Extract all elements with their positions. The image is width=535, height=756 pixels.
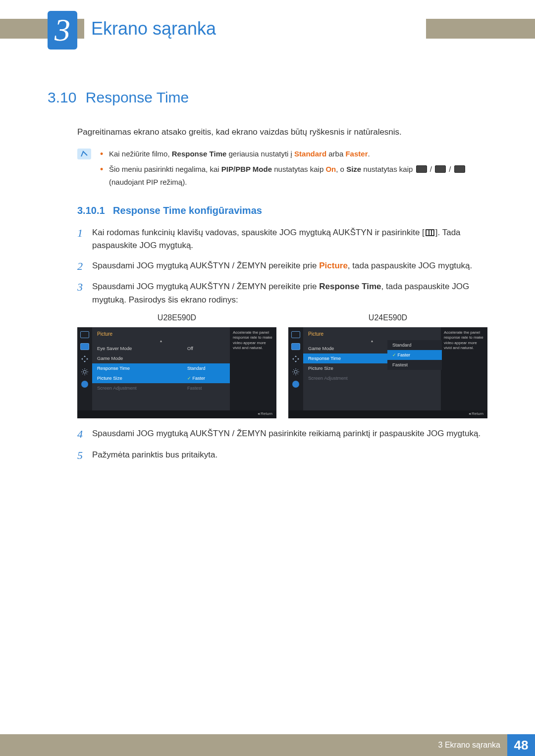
info-tab-icon [292, 381, 299, 388]
osd-menu: Picture ▴ Eye Saver ModeOff Game Mode Re… [92, 327, 230, 418]
step-2: 2 Spausdami JOG mygtuką AUKŠTYN / ŽEMYN … [77, 259, 487, 274]
settings-icon [81, 368, 89, 376]
text: PIP/PBP Mode [221, 165, 272, 173]
text: Kai rodomas funkcinių klavišų vadovas, s… [92, 228, 425, 237]
text: Spausdami JOG mygtuką AUKŠTYN / ŽEMYN pe… [92, 261, 319, 270]
text: (naudojant PIP režimą). [109, 178, 187, 186]
chapter-number: 3 [54, 12, 70, 49]
model-label-right: U24E590D [288, 313, 487, 322]
pip-size-icon [454, 165, 465, 173]
osd-label: Screen Adjustment [308, 375, 436, 381]
osd-screenshot-left: Picture ▴ Eye Saver ModeOff Game Mode Re… [77, 327, 276, 418]
osd-value: Fastest [187, 386, 225, 391]
step-text: Spausdami JOG mygtuką AUKŠTYN / ŽEMYN pa… [92, 427, 487, 442]
menu-icon [426, 229, 434, 236]
osd-row: Picture SizeFaster [92, 373, 230, 383]
step-number: 1 [77, 226, 92, 252]
subsection-heading: 3.10.1 Response Time konfigūravimas [77, 205, 487, 216]
model-label-left: U28E590D [77, 313, 276, 322]
text: geriausia nustatyti į [226, 150, 294, 158]
osd-row: Eye Saver ModeOff [92, 344, 230, 353]
svg-point-1 [294, 370, 297, 373]
svg-point-0 [83, 370, 86, 373]
note-item-1: Kai nežiūrite filmo, Response Time geria… [100, 148, 487, 160]
step-number: 5 [77, 449, 92, 463]
osd-return: Return [288, 410, 487, 418]
chevron-up-icon: ▴ [92, 339, 230, 344]
footer-label: 3 Ekrano sąranka [438, 741, 500, 750]
picture-tab-icon [291, 331, 300, 338]
osd-preview-row: U28E590D Picture ▴ Eye Saver ModeOff Gam… [77, 313, 487, 418]
text: Kai nežiūrite filmo, [109, 150, 172, 158]
osd-description: Accelerate the panel response rate to ma… [441, 327, 487, 418]
osd-label: Fastest [392, 362, 437, 367]
osd-label: Response Time [97, 365, 187, 371]
osd-label: Picture Size [97, 375, 187, 381]
step-text: Pažymėta parinktis bus pritaikyta. [92, 449, 487, 463]
pip-size-icon [416, 165, 427, 173]
osd-row-disabled: Screen Adjustment [303, 373, 441, 383]
intro-paragraph: Pagreitinamas ekrano atsako greitis, kad… [77, 126, 487, 139]
step-3: 3 Spausdami JOG mygtuką AUKŠTYN / ŽEMYN … [77, 280, 487, 306]
note-icon [77, 149, 91, 159]
text: Šio meniu pasirinkti negalima, kai [109, 165, 221, 173]
osd-value: Off [187, 346, 225, 351]
pip-size-icon [435, 165, 446, 173]
text: . [368, 150, 370, 158]
text: Faster [345, 150, 368, 158]
osd-sidebar [288, 327, 303, 418]
osd-menu-title: Picture [303, 330, 441, 339]
picture-tab-icon [80, 331, 89, 338]
osd-row: Game Mode [92, 353, 230, 363]
note-item-2: Šio meniu pasirinkti negalima, kai PIP/P… [100, 163, 487, 188]
text: nustatytas kaip [272, 165, 325, 173]
step-5: 5 Pažymėta parinktis bus pritaikyta. [77, 449, 487, 463]
text: , o [336, 165, 346, 173]
chapter-title: Ekrano sąranka [84, 19, 426, 39]
osd-value: Standard [187, 366, 225, 371]
osd-label: Screen Adjustment [97, 385, 187, 391]
chapter-badge: 3 [48, 11, 77, 50]
pip-tab-icon [80, 343, 89, 350]
osd-label: Game Mode [97, 355, 187, 361]
step-text: Kai rodomas funkcinių klavišų vadovas, s… [92, 226, 487, 252]
subsection-number: 3.10.1 [77, 205, 105, 216]
osd-option: Standard [387, 340, 442, 350]
step-1: 1 Kai rodomas funkcinių klavišų vadovas,… [77, 226, 487, 252]
step-number: 4 [77, 427, 92, 442]
text: arba [326, 150, 345, 158]
move-icon [292, 355, 300, 363]
section-title: Response Time [86, 89, 189, 105]
steps-list-cont: 4 Spausdami JOG mygtuką AUKŠTYN / ŽEMYN … [77, 427, 487, 462]
page-content: 3.10 Response Time Pagreitinamas ekrano … [48, 89, 487, 469]
osd-row-disabled: Screen AdjustmentFastest [92, 383, 230, 393]
osd-label: Eye Saver Mode [97, 346, 187, 351]
osd-left-column: U28E590D Picture ▴ Eye Saver ModeOff Gam… [77, 313, 276, 418]
osd-value: Faster [187, 376, 225, 381]
page-number: 48 [507, 734, 535, 756]
osd-right-column: U24E590D Picture ▴ Game Mode Response Ti… [288, 313, 487, 418]
step-number: 2 [77, 259, 92, 274]
step-text: Spausdami JOG mygtuką AUKŠTYN / ŽEMYN pe… [92, 259, 487, 274]
osd-sidebar [77, 327, 92, 418]
text: Spausdami JOG mygtuką AUKŠTYN / ŽEMYN pe… [92, 282, 319, 291]
text: On [325, 165, 336, 173]
note-list: Kai nežiūrite filmo, Response Time geria… [100, 148, 487, 192]
osd-screenshot-right: Picture ▴ Game Mode Response Time Pictur… [288, 327, 487, 418]
osd-row-selected: Response TimeStandard [92, 363, 230, 373]
text: nustatytas kaip [361, 165, 415, 173]
text: Picture [319, 261, 348, 270]
osd-label: Faster [392, 353, 430, 357]
text: Standard [294, 150, 326, 158]
subsection-title: Response Time konfigūravimas [113, 205, 262, 216]
text: Size [346, 165, 361, 173]
step-4: 4 Spausdami JOG mygtuką AUKŠTYN / ŽEMYN … [77, 427, 487, 442]
text: Response Time [172, 150, 227, 158]
text: , tada paspauskite JOG mygtuką. [348, 261, 472, 270]
step-number: 3 [77, 280, 92, 306]
settings-icon [292, 368, 300, 376]
steps-list: 1 Kai rodomas funkcinių klavišų vadovas,… [77, 226, 487, 306]
osd-menu-title: Picture [92, 330, 230, 339]
step-text: Spausdami JOG mygtuką AUKŠTYN / ŽEMYN pe… [92, 280, 487, 306]
osd-return: Return [77, 410, 276, 418]
